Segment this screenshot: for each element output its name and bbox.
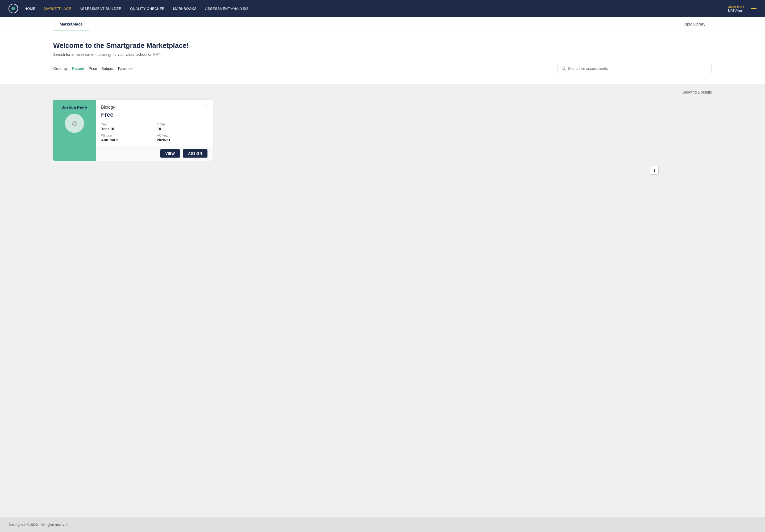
- page-number-1[interactable]: 1: [650, 166, 659, 174]
- card-author-panel: Joshua Perry ⊘: [53, 100, 96, 161]
- nav-assessment-builder[interactable]: ASSESSMENT BUILDER: [80, 7, 122, 11]
- assign-button[interactable]: ASSIGN: [183, 149, 208, 157]
- user-info: Jose Diaz MAT Admin: [728, 5, 756, 13]
- card-subject: Biology: [101, 105, 115, 110]
- tab-marketplace[interactable]: Marketplace: [53, 18, 89, 31]
- qns-label: # Qns: [157, 123, 208, 126]
- tabs-bar: Marketplace Topic Library: [0, 17, 765, 32]
- ac-year-value: 2020/21: [157, 138, 208, 142]
- main-content: Welcome to the Smartgrade Marketplace! S…: [0, 32, 765, 84]
- nav-markbooks[interactable]: MARKBOOKS: [173, 7, 197, 11]
- welcome-title: Welcome to the Smartgrade Marketplace!: [53, 42, 712, 50]
- year-label: Year: [101, 123, 152, 126]
- window-label: Window: [101, 133, 152, 137]
- welcome-subtitle: Search for an assessment to assign to yo…: [53, 52, 712, 57]
- navigation: HOME MARKETPLACE ASSESSMENT BUILDER QUAL…: [0, 0, 765, 17]
- nav-marketplace[interactable]: MARKETPLACE: [44, 7, 71, 11]
- ac-year-label: AC Year: [157, 133, 208, 137]
- avatar: ⊘: [65, 114, 84, 133]
- card-footer: VIEW ASSIGN: [96, 146, 213, 161]
- results-section: Showing 1 results Joshua Perry ⊘ Biology…: [0, 84, 765, 517]
- order-favorites[interactable]: Favorites: [118, 67, 134, 71]
- view-button[interactable]: VIEW: [160, 149, 180, 157]
- order-by-row: Order by Recent Price Subject Favorites: [53, 67, 133, 71]
- card-author-name: Joshua Perry: [62, 105, 87, 110]
- results-count: Showing 1 results: [53, 90, 712, 94]
- card-price: Free: [101, 111, 208, 118]
- search-input[interactable]: [568, 67, 708, 71]
- search-box: [557, 64, 712, 73]
- nav-links: HOME MARKETPLACE ASSESSMENT BUILDER QUAL…: [24, 7, 728, 11]
- order-recent[interactable]: Recent: [72, 67, 84, 71]
- pagination-row: 1: [53, 161, 712, 177]
- nav-assessment-analysis[interactable]: ASSESSMENT ANALYSIS: [205, 7, 249, 11]
- nav-home[interactable]: HOME: [24, 7, 35, 11]
- order-by-label: Order by: [53, 67, 68, 71]
- svg-line-2: [564, 69, 566, 71]
- order-price[interactable]: Price: [89, 67, 97, 71]
- tab-topic-library[interactable]: Topic Library: [676, 18, 712, 31]
- search-icon: [561, 67, 566, 71]
- card-details-grid: Year Year 10 # Qns 10 Window Autumn 2 AC…: [101, 123, 208, 142]
- footer: Smartgrade© 2020 - All rights reserved: [0, 517, 765, 532]
- filter-search-row: Order by Recent Price Subject Favorites: [53, 64, 712, 73]
- user-role: MAT Admin: [728, 9, 744, 13]
- window-value: Autumn 2: [101, 138, 152, 142]
- year-value: Year 10: [101, 127, 152, 131]
- logo-icon[interactable]: [9, 4, 18, 13]
- assessment-card: Joshua Perry ⊘ Biology ♡ Free Year Year …: [53, 100, 213, 161]
- heart-icon[interactable]: ♡: [203, 105, 208, 110]
- hamburger-icon[interactable]: [751, 7, 756, 10]
- nav-quality-checker[interactable]: QUALITY CHECKER: [130, 7, 165, 11]
- user-name: Jose Diaz: [728, 5, 744, 9]
- no-image-icon: ⊘: [72, 119, 78, 128]
- order-subject[interactable]: Subject: [101, 67, 114, 71]
- footer-text: Smartgrade© 2020 - All rights reserved: [9, 523, 68, 527]
- card-detail-panel: Biology ♡ Free Year Year 10 # Qns 10 Win…: [96, 100, 213, 161]
- qns-value: 10: [157, 127, 208, 131]
